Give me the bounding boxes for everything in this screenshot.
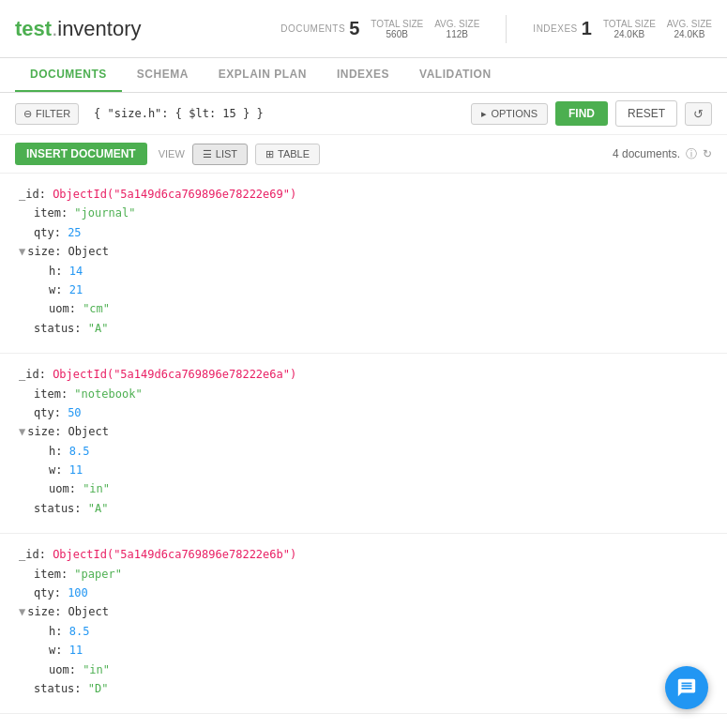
doc-field-size-h: h: 8.5	[49, 442, 712, 461]
options-arrow: ▸	[481, 108, 487, 120]
document-card: _id: ObjectId("5a149d6ca769896e78222e6d"…	[0, 714, 727, 717]
app-title-inventory: inventory	[57, 17, 141, 40]
doc-field-size-h: h: 14	[49, 262, 712, 281]
indexes-label: INDEXES	[533, 23, 577, 34]
doc-field-item: item: "notebook"	[34, 385, 712, 403]
document-card: _id: ObjectId("5a149d6ca769896e78222e6a"…	[0, 354, 727, 534]
reset-button[interactable]: RESET	[615, 100, 677, 127]
header-stats: DOCUMENTS 5 TOTAL SIZE 560B AVG. SIZE 11…	[280, 15, 712, 43]
doc-count-area: 4 documents. ⓘ ↻	[613, 146, 712, 162]
doc-field-item: item: "journal"	[34, 204, 712, 222]
indexes-stat: INDEXES 1 TOTAL SIZE 24.0KB AVG. SIZE 24…	[533, 18, 712, 39]
doc-count-text: 4 documents.	[613, 147, 680, 160]
documents-label: DOCUMENTS	[280, 23, 345, 34]
indexes-avg-sub: AVG. SIZE 24.0KB	[667, 19, 712, 39]
filter-toolbar: ⊖ FILTER ▸ OPTIONS FIND RESET ↺	[0, 93, 727, 135]
app-title: test.inventory	[15, 17, 280, 41]
chat-icon	[676, 677, 697, 698]
doc-field-size-w: w: 21	[49, 281, 712, 299]
doc-field-qty: qty: 100	[34, 584, 712, 602]
doc-field-id: _id: ObjectId("5a149d6ca769896e78222e6a"…	[19, 365, 712, 384]
insert-document-button[interactable]: INSERT DOCUMENT	[15, 143, 147, 165]
doc-field-qty: qty: 25	[34, 223, 712, 242]
doc-field-id: _id: ObjectId("5a149d6ca769896e78222e69"…	[19, 185, 712, 204]
options-button[interactable]: ▸ OPTIONS	[471, 103, 548, 125]
doc-field-size-toggle[interactable]: ▼size: Object	[19, 602, 712, 621]
view-label: VIEW	[159, 148, 185, 159]
doc-field-size-w: w: 11	[49, 461, 712, 479]
filter-label: FILTER	[36, 108, 70, 119]
find-button[interactable]: FIND	[555, 101, 608, 126]
options-label: OPTIONS	[491, 108, 538, 119]
header: test.inventory DOCUMENTS 5 TOTAL SIZE 56…	[0, 0, 727, 58]
table-label: TABLE	[278, 148, 310, 159]
refresh-icon[interactable]: ↻	[703, 147, 712, 160]
tab-indexes[interactable]: INDEXES	[322, 58, 404, 92]
chat-widget[interactable]	[665, 666, 708, 709]
indexes-count: 1	[582, 18, 592, 39]
documents-count: 5	[349, 18, 359, 39]
doc-field-size-h: h: 8.5	[49, 622, 712, 641]
doc-field-id: _id: ObjectId("5a149d6ca769896e78222e6b"…	[19, 545, 712, 564]
query-area	[86, 103, 463, 124]
list-view-button[interactable]: ☰ LIST	[192, 144, 248, 165]
tab-explain-plan[interactable]: EXPLAIN PLAN	[204, 58, 322, 92]
doc-field-qty: qty: 50	[34, 403, 712, 422]
indexes-avg-label: AVG. SIZE	[667, 19, 712, 29]
doc-field-size-toggle[interactable]: ▼size: Object	[19, 422, 712, 441]
documents-container: _id: ObjectId("5a149d6ca769896e78222e69"…	[0, 174, 727, 717]
table-view-button[interactable]: ⊞ TABLE	[255, 144, 320, 165]
doc-field-status: status: "D"	[34, 679, 712, 698]
avg-size-val: 112B	[447, 29, 468, 39]
info-icon: ⓘ	[686, 146, 697, 162]
indexes-total-val: 24.0KB	[613, 29, 644, 39]
documents-sub: TOTAL SIZE 560B	[371, 19, 423, 39]
tab-validation[interactable]: VALIDATION	[404, 58, 507, 92]
document-card: _id: ObjectId("5a149d6ca769896e78222e6b"…	[0, 534, 727, 714]
doc-field-size-toggle[interactable]: ▼size: Object	[19, 242, 712, 261]
doc-field-status: status: "A"	[34, 499, 712, 518]
filter-button[interactable]: ⊖ FILTER	[15, 103, 79, 125]
filter-icon: ⊖	[23, 108, 32, 120]
secondary-toolbar: INSERT DOCUMENT VIEW ☰ LIST ⊞ TABLE 4 do…	[0, 135, 727, 174]
list-label: LIST	[216, 148, 237, 159]
indexes-total-sub: TOTAL SIZE 24.0KB	[603, 19, 656, 39]
tab-schema[interactable]: SCHEMA	[122, 58, 204, 92]
documents-stat: DOCUMENTS 5 TOTAL SIZE 560B AVG. SIZE 11…	[280, 18, 479, 39]
avg-size-label: AVG. SIZE	[434, 19, 479, 29]
total-size-label: TOTAL SIZE	[371, 19, 423, 29]
doc-field-size-uom: uom: "in"	[49, 660, 712, 679]
tabs-bar: DOCUMENTS SCHEMA EXPLAIN PLAN INDEXES VA…	[0, 58, 727, 93]
doc-field-status: status: "A"	[34, 319, 712, 338]
document-card: _id: ObjectId("5a149d6ca769896e78222e69"…	[0, 174, 727, 354]
avg-size-sub: AVG. SIZE 112B	[434, 19, 479, 39]
indexes-avg-val: 24.0KB	[674, 29, 705, 39]
total-size-val: 560B	[386, 29, 408, 39]
app-title-test: test	[15, 17, 52, 40]
doc-field-size-uom: uom: "cm"	[49, 299, 712, 318]
query-input[interactable]	[86, 103, 463, 124]
tab-documents[interactable]: DOCUMENTS	[15, 58, 122, 92]
doc-field-size-w: w: 11	[49, 641, 712, 660]
history-button[interactable]: ↺	[685, 102, 712, 126]
list-icon: ☰	[203, 148, 212, 160]
doc-field-size-uom: uom: "in"	[49, 479, 712, 498]
table-icon: ⊞	[265, 148, 274, 160]
doc-field-item: item: "paper"	[34, 565, 712, 584]
indexes-total-label: TOTAL SIZE	[603, 19, 656, 29]
stat-divider	[506, 15, 507, 43]
